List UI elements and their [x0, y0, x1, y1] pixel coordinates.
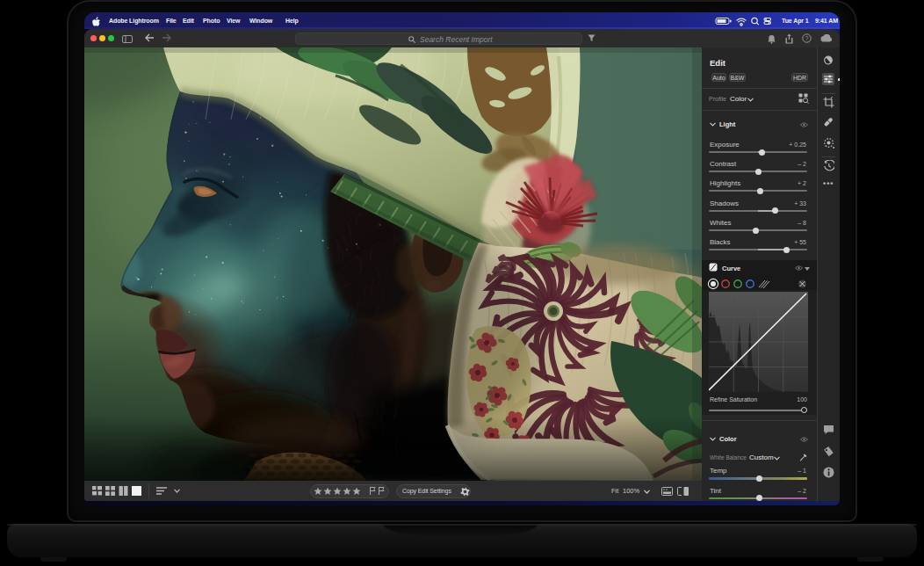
- svg-text:?: ?: [805, 35, 809, 41]
